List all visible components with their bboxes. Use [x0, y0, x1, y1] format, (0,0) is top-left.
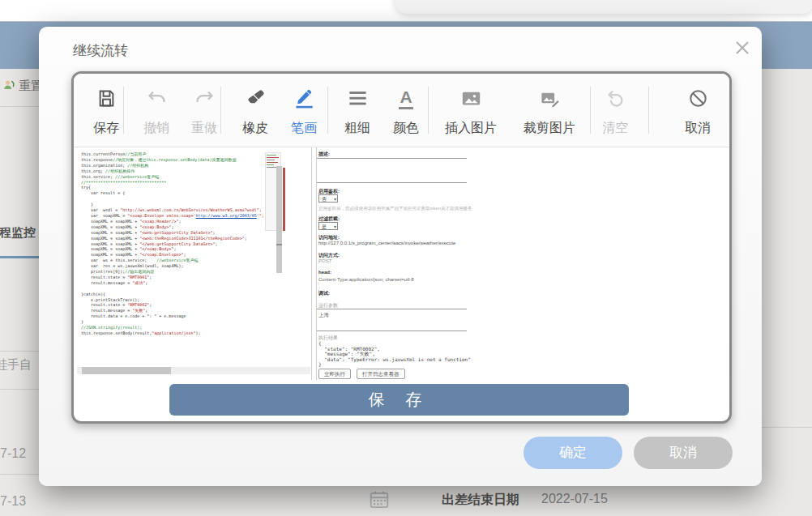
confirm-button[interactable]: 确定 [524, 437, 622, 469]
form-underline [317, 309, 467, 309]
divider [0, 389, 39, 390]
close-icon[interactable] [733, 38, 754, 59]
clear-icon [605, 83, 626, 109]
continue-flow-dialog: 继续流转 保存 撤销 [39, 27, 762, 486]
tool-thickness-button[interactable]: 粗细 [331, 83, 383, 137]
table-row-date: 7-13 [0, 494, 26, 509]
tool-label: 插入图片 [445, 120, 497, 137]
tool-label: 颜色 [393, 120, 419, 137]
form-filter-select: 是 [318, 222, 338, 230]
form-params-value: 上海 [318, 312, 329, 319]
undo-icon [146, 83, 168, 109]
table-row-date: 7-12 [0, 446, 26, 461]
code-horizontal-scrollbar-thumb[interactable] [82, 367, 171, 374]
minimap-marker [283, 168, 285, 231]
form-desc-label: 描述: [318, 151, 330, 158]
form-underline [317, 330, 467, 331]
calendar-icon[interactable] [369, 489, 390, 510]
tab-active-underline [0, 256, 39, 258]
code-vertical-scrollbar[interactable] [276, 166, 282, 273]
form-method-value: POST [318, 258, 331, 263]
tool-label: 撤销 [143, 120, 169, 137]
trip-end-date-value[interactable]: 2022-07-15 [541, 492, 608, 506]
toolbar-separator [648, 87, 649, 134]
divider [762, 427, 812, 428]
tool-label: 重做 [191, 120, 217, 137]
exec-result-json: { "state": "RMT0002", "message": "失败", "… [318, 341, 471, 368]
screen: 重置 流程监控 畦手自 7-12 7-13 出差结束日期 2022-07-15 … [0, 0, 812, 516]
tool-label: 笔画 [291, 120, 317, 137]
tab-process-monitor[interactable]: 流程监控 [0, 225, 36, 241]
divider [0, 106, 39, 107]
toolbar-separator [327, 87, 328, 134]
reset-icon [2, 79, 15, 94]
top-popup-remnant [395, 0, 812, 14]
form-head-value: Content-Type:application/json; charset=u… [318, 277, 414, 282]
image-icon [460, 83, 482, 109]
form-run-button: 立即执行 [318, 369, 351, 379]
editor-toolbar: 保存 撤销 重做 [74, 74, 729, 147]
thickness-icon [347, 83, 369, 109]
tool-eraser-button[interactable]: 橡皮 [229, 83, 281, 137]
tool-label: 橡皮 [242, 120, 268, 137]
editor-save-button[interactable]: 保 存 [169, 384, 629, 416]
toolbar-separator [123, 87, 124, 134]
floppy-icon [96, 83, 118, 109]
form-auth-help: 启用鉴权后，您必须使用该应用所属产品下发的凭证换取token后才能调用服务 [318, 206, 472, 211]
trip-end-date-label: 出差结束日期 [442, 492, 519, 509]
tool-label: 清空 [602, 120, 628, 137]
tool-insert-image-button[interactable]: 插入图片 [429, 83, 513, 137]
tool-label: 取消 [685, 120, 711, 137]
sketch-editor: 保存 撤销 重做 [71, 71, 732, 424]
crop-image-icon [539, 83, 561, 109]
cancel-circle-icon [687, 83, 709, 109]
tool-brush-button[interactable]: 笔画 [278, 83, 330, 137]
form-underline [317, 182, 467, 183]
dialog-cancel-button[interactable]: 取消 [634, 437, 733, 469]
divider [0, 474, 39, 475]
drawing-canvas[interactable]: this.currentPerson//当前用户this.response//响… [74, 147, 729, 380]
pencil-icon [293, 83, 315, 109]
form-log-button: 打开日志查看器 [357, 369, 405, 379]
tool-clear-button[interactable]: 清空 [589, 83, 641, 137]
form-debug-label: 调试: [318, 290, 330, 297]
form-underline [317, 158, 467, 159]
tool-label: 保存 [93, 120, 119, 137]
form-head-label: head: [318, 270, 331, 275]
table-row-text: 畦手自 [0, 357, 32, 373]
divider [0, 351, 39, 352]
tool-save-button[interactable]: 保存 [80, 83, 132, 137]
tool-label: 粗细 [344, 120, 370, 137]
reset-link[interactable]: 重置 [2, 79, 43, 94]
dialog-title: 继续流转 [73, 41, 128, 60]
tool-color-button[interactable]: A 颜色 [380, 83, 432, 137]
color-icon: A [399, 83, 412, 109]
eraser-icon [245, 83, 267, 109]
toolbar-separator [220, 87, 221, 134]
tool-crop-image-button[interactable]: 裁剪图片 [507, 83, 592, 137]
form-auth-select: 否 [318, 194, 338, 203]
pane-divider [311, 147, 312, 380]
tool-cancel-button[interactable]: 取消 [672, 83, 724, 137]
redo-icon [194, 83, 216, 109]
tool-undo-button[interactable]: 撤销 [130, 83, 182, 137]
form-url-value: http://127.0.0.1/s_program_center/aacs/i… [318, 241, 455, 245]
tool-label: 裁剪图片 [524, 120, 575, 137]
tool-redo-button[interactable]: 重做 [178, 83, 230, 137]
